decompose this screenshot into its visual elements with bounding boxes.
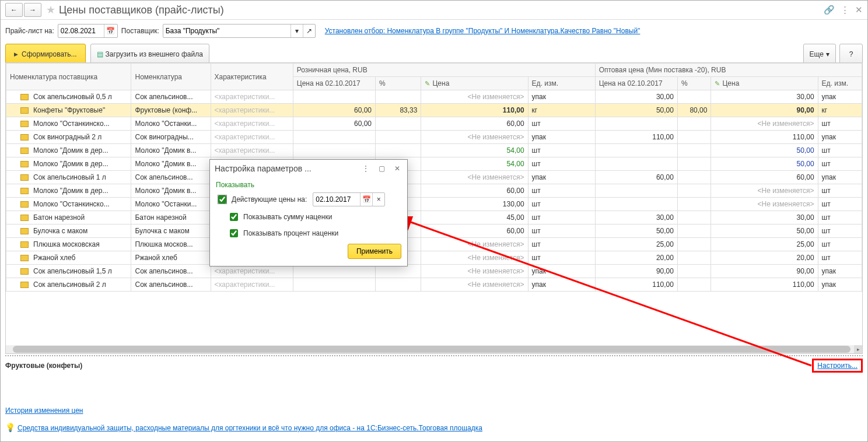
cell[interactable]: Молоко "Домик в... [131, 144, 211, 157]
cell[interactable]: 50,00 [711, 144, 818, 157]
cell[interactable]: 110,00 [711, 278, 818, 292]
popup-date-field[interactable] [313, 195, 360, 204]
cell[interactable]: шт [528, 117, 595, 131]
more-button[interactable]: Еще▾ [803, 44, 836, 65]
cell[interactable] [677, 117, 711, 131]
cell[interactable]: 30,00 [711, 211, 818, 224]
settings-link[interactable]: Настроить... [812, 359, 863, 373]
cell[interactable]: Сок апельсиновый 1,5 л [6, 265, 131, 278]
cell[interactable]: <Не изменяется> [421, 265, 528, 278]
cell[interactable]: Молоко "Останкинско... [6, 198, 131, 211]
cell[interactable]: Сок апельсиновый 0,5 л [6, 90, 131, 104]
cell[interactable] [293, 144, 375, 157]
favorite-icon[interactable]: ★ [46, 3, 55, 16]
cell[interactable]: Батон нарезной [6, 211, 131, 224]
cell[interactable]: Молоко "Останки... [131, 117, 211, 131]
cell[interactable]: шт [528, 144, 595, 157]
cell[interactable]: шт [528, 157, 595, 171]
cell[interactable]: 90,00 [711, 104, 818, 117]
cell[interactable]: упак [528, 90, 595, 104]
date-field[interactable] [58, 25, 104, 37]
cell[interactable]: 60,00 [421, 117, 528, 131]
calendar-icon[interactable]: 📅 [360, 193, 372, 206]
cell[interactable]: <Не изменяется> [421, 90, 528, 104]
cell[interactable] [595, 144, 677, 157]
col-r-pct[interactable]: % [376, 77, 421, 90]
cell[interactable]: Сок апельсиновый 2 л [6, 278, 131, 292]
cell[interactable]: <Не изменяется> [711, 184, 818, 198]
cell[interactable]: шт [528, 224, 595, 238]
cell[interactable]: 54,00 [421, 157, 528, 171]
clear-icon[interactable]: × [372, 193, 384, 206]
popup-close-icon[interactable]: ✕ [392, 163, 402, 174]
cell[interactable]: 60,00 [293, 104, 375, 117]
cell[interactable]: упак [528, 171, 595, 184]
history-link[interactable]: История изменения цен [5, 406, 83, 415]
cell[interactable]: 20,00 [595, 251, 677, 265]
table-row[interactable]: Молоко "Останкинско...Молоко "Останки...… [6, 198, 862, 211]
cell[interactable]: Молоко "Домик в дер... [6, 184, 131, 198]
cell[interactable]: 60,00 [421, 184, 528, 198]
cell[interactable]: 90,00 [595, 265, 677, 278]
cell[interactable]: шт [528, 238, 595, 251]
cell[interactable]: Молоко "Домик в дер... [6, 144, 131, 157]
cell[interactable]: 83,33 [376, 104, 421, 117]
horizontal-scrollbar[interactable]: ▸ [6, 345, 862, 353]
cell[interactable]: 25,00 [595, 238, 677, 251]
cell[interactable]: Конфеты "Фруктовые" [6, 104, 131, 117]
cell[interactable]: Сок апельсинов... [131, 90, 211, 104]
cell[interactable]: 110,00 [595, 278, 677, 292]
table-row[interactable]: Молоко "Останкинско...Молоко "Останки...… [6, 117, 862, 131]
cell[interactable]: Сок виноградный 2 л [6, 131, 131, 144]
pricelist-date-input[interactable]: 📅 [58, 24, 118, 38]
cell[interactable]: Молоко "Домик в... [131, 157, 211, 171]
table-row[interactable]: Конфеты "Фруктовые"Фруктовые (конф...<ха… [6, 104, 862, 117]
cell[interactable]: 110,00 [421, 104, 528, 117]
chk-show-markup-pct[interactable] [230, 229, 238, 237]
cell[interactable]: 110,00 [711, 131, 818, 144]
cell[interactable]: 50,00 [711, 157, 818, 171]
cell[interactable]: Батон нарезной [131, 211, 211, 224]
cell[interactable] [677, 238, 711, 251]
cell[interactable]: Молоко "Останки... [131, 198, 211, 211]
dropdown-icon[interactable]: ▾ [290, 24, 303, 37]
cell[interactable]: <характеристики... [211, 131, 293, 144]
cell[interactable]: Сок апельсинов... [131, 278, 211, 292]
cell[interactable]: Сок апельсиновый 1 л [6, 171, 131, 184]
calendar-icon[interactable]: 📅 [104, 24, 117, 37]
filter-link[interactable]: Установлен отбор: Номенклатура В группе … [325, 27, 640, 35]
popup-max-icon[interactable]: ▢ [376, 163, 387, 174]
cell[interactable] [677, 90, 711, 104]
table-row[interactable]: Плюшка московскаяПлюшка москов...<характ… [6, 238, 862, 251]
col-nom[interactable]: Номенклатура [131, 64, 211, 90]
cell[interactable]: <Не изменяется> [421, 251, 528, 265]
supplier-field[interactable] [163, 25, 290, 37]
table-row[interactable]: Булочка с макомБулочка с маком<характери… [6, 224, 862, 238]
cell[interactable]: 30,00 [711, 90, 818, 104]
col-supplier-nom[interactable]: Номенклатура поставщика [6, 64, 131, 90]
cell[interactable]: Ржаной хлеб [131, 251, 211, 265]
cell[interactable]: Молоко "Домик в... [131, 184, 211, 198]
cell[interactable] [677, 144, 711, 157]
cell[interactable] [376, 278, 421, 292]
cell[interactable]: 25,00 [711, 238, 818, 251]
cell[interactable]: Плюшка москов... [131, 238, 211, 251]
cell[interactable] [677, 278, 711, 292]
cell[interactable] [677, 184, 711, 198]
cell[interactable]: Молоко "Домик в дер... [6, 157, 131, 171]
close-icon[interactable]: ✕ [855, 5, 863, 15]
table-row[interactable]: Молоко "Домик в дер...Молоко "Домик в...… [6, 184, 862, 198]
cell[interactable]: 30,00 [595, 90, 677, 104]
cell[interactable]: шт [528, 198, 595, 211]
menu-icon[interactable]: ⋮ [841, 5, 849, 15]
cell[interactable]: 110,00 [595, 131, 677, 144]
cell[interactable]: 130,00 [421, 198, 528, 211]
cell[interactable]: упак [528, 278, 595, 292]
col-w-priceon[interactable]: Цена на 02.10.2017 [595, 77, 677, 90]
cell[interactable]: 80,00 [677, 104, 711, 117]
table-row[interactable]: Батон нарезнойБатон нарезной<характерист… [6, 211, 862, 224]
col-w-pct[interactable]: % [677, 77, 711, 90]
cell[interactable]: шт [818, 238, 862, 251]
cell[interactable]: Сок виноградны... [131, 131, 211, 144]
cell[interactable]: кг [528, 104, 595, 117]
